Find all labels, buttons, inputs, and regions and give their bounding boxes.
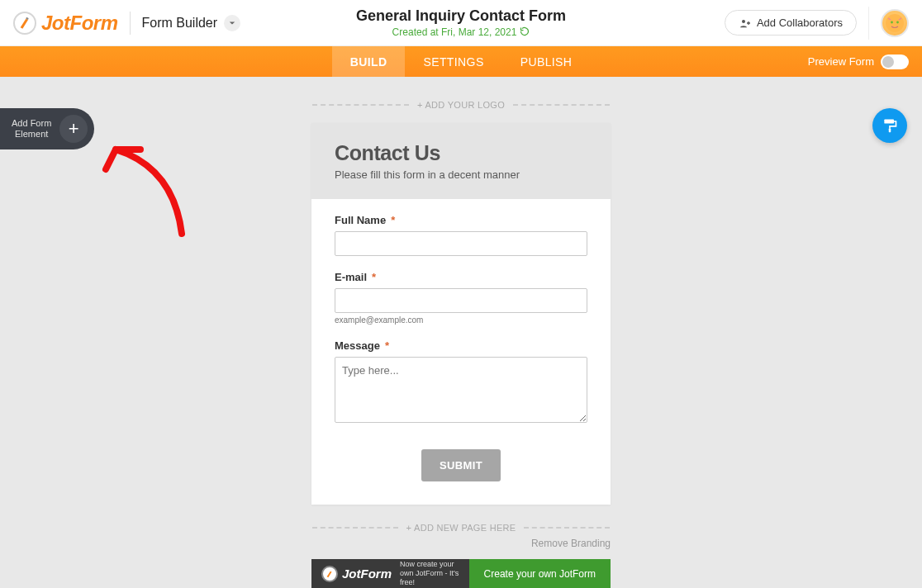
logo-text: JotForm	[41, 12, 118, 35]
divider	[868, 7, 869, 40]
submit-wrap: SUBMIT	[335, 449, 587, 481]
preview-toggle[interactable]	[881, 55, 909, 69]
add-new-page-button[interactable]: + ADD NEW PAGE HERE	[312, 523, 610, 533]
canvas: Add Form Element + + ADD YOUR LOGO Conta…	[0, 77, 922, 588]
logo[interactable]: JotForm	[13, 12, 118, 35]
chevron-down-icon	[229, 20, 235, 26]
field-label: Message	[335, 339, 380, 352]
promo-message: Now create your own JotForm - It's free!	[400, 560, 466, 586]
toggle-knob	[882, 56, 894, 68]
field-full-name[interactable]: Full Name *	[335, 214, 587, 256]
created-text: Created at Fri, Mar 12, 2021	[392, 26, 517, 38]
created-line: Created at Fri, Mar 12, 2021	[356, 26, 566, 39]
nav-tabs: BUILD SETTINGS PUBLISH	[332, 46, 591, 77]
add-collaborators-button[interactable]: Add Collaborators	[725, 10, 857, 36]
tab-settings[interactable]: SETTINGS	[405, 46, 501, 77]
collaborators-icon	[739, 17, 752, 29]
plus-icon: +	[59, 115, 88, 143]
nav-bar: BUILD SETTINGS PUBLISH Preview Form	[0, 46, 922, 77]
full-name-input[interactable]	[335, 231, 587, 256]
form-title: Contact Us	[335, 141, 587, 165]
annotation-arrow	[99, 135, 190, 242]
avatar[interactable]	[881, 9, 909, 37]
svg-point-1	[886, 14, 904, 32]
tab-publish[interactable]: PUBLISH	[502, 46, 591, 77]
app-header: JotForm Form Builder General Inquiry Con…	[0, 0, 922, 46]
revision-history-icon[interactable]	[520, 26, 530, 39]
submit-button[interactable]: SUBMIT	[421, 449, 501, 481]
email-input[interactable]	[335, 288, 587, 313]
remove-branding-link[interactable]: Remove Branding	[311, 538, 611, 549]
form-designer-button[interactable]	[872, 108, 907, 143]
add-form-element-button[interactable]: Add Form Element +	[0, 108, 94, 149]
page-title[interactable]: General Inquiry Contact Form	[356, 7, 566, 25]
form-card: Contact Us Please fill this form in a de…	[311, 123, 611, 505]
required-indicator: *	[391, 214, 395, 226]
add-logo-button[interactable]: + ADD YOUR LOGO	[312, 100, 610, 110]
promo-bar: JotForm Now create your own JotForm - It…	[311, 559, 611, 588]
field-message[interactable]: Message *	[335, 339, 587, 426]
svg-point-0	[742, 20, 745, 23]
svg-point-3	[896, 21, 899, 23]
tab-build[interactable]: BUILD	[332, 46, 406, 77]
field-label: Full Name	[335, 214, 386, 226]
field-label: E-mail	[335, 271, 367, 283]
promo-cta-button[interactable]: Create your own JotForm	[469, 559, 611, 588]
preview-label: Preview Form	[808, 55, 874, 68]
form-subtitle: Please fill this form in a decent manner	[335, 168, 587, 181]
form-builder-dropdown[interactable]	[224, 15, 240, 31]
email-sublabel: example@example.com	[335, 315, 587, 325]
required-indicator: *	[372, 271, 376, 283]
promo-logo-text: JotForm	[342, 567, 392, 581]
message-textarea[interactable]	[335, 357, 587, 423]
promo-logo-icon	[321, 566, 338, 582]
required-indicator: *	[385, 339, 389, 352]
form-body: Full Name * E-mail * example@example.com…	[311, 199, 611, 505]
add-element-label: Add Form Element	[12, 118, 51, 140]
svg-rect-4	[884, 120, 894, 124]
promo-logo: JotForm	[321, 566, 392, 582]
form-header[interactable]: Contact Us Please fill this form in a de…	[311, 123, 611, 199]
add-collaborators-label: Add Collaborators	[757, 17, 843, 29]
avatar-icon	[885, 13, 905, 33]
header-right: Add Collaborators	[725, 7, 909, 40]
preview-toggle-wrap: Preview Form	[808, 46, 909, 77]
logo-icon	[13, 12, 36, 35]
paint-roller-icon	[882, 117, 898, 134]
field-email[interactable]: E-mail * example@example.com	[335, 271, 587, 325]
svg-point-2	[891, 21, 893, 23]
header-center: General Inquiry Contact Form Created at …	[356, 7, 566, 39]
form-builder-label: Form Builder	[142, 16, 218, 31]
divider	[130, 12, 131, 35]
svg-rect-5	[889, 128, 891, 132]
